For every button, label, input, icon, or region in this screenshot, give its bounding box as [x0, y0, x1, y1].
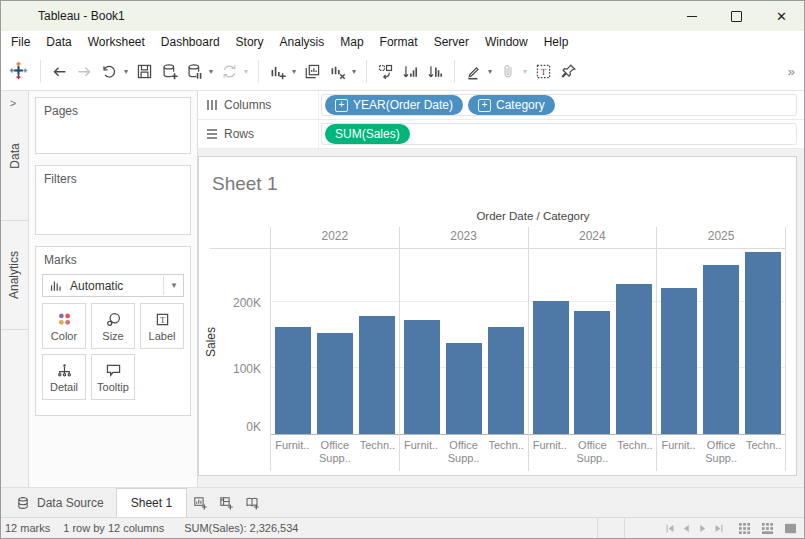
duplicate-sheet-button[interactable] — [300, 58, 325, 85]
category-label-technology[interactable]: Techn.. — [742, 435, 785, 471]
replay-button[interactable] — [97, 58, 122, 85]
expand-hierarchy-icon[interactable]: + — [335, 99, 348, 112]
year-header-label[interactable]: 2023 — [400, 227, 528, 249]
highlight-dropdown-caret[interactable]: ▾ — [488, 67, 496, 76]
menu-item-window[interactable]: Window — [477, 31, 536, 53]
menu-item-story[interactable]: Story — [228, 31, 272, 53]
show-me-grid-button[interactable] — [736, 520, 753, 537]
tab-data-source[interactable]: Data Source — [3, 488, 116, 517]
new-worksheet-button[interactable] — [265, 58, 290, 85]
tooltip-button[interactable]: Tooltip — [91, 354, 135, 400]
next-button[interactable] — [695, 521, 710, 536]
columns-shelf[interactable]: +YEAR(Order Date)+Category — [321, 94, 797, 116]
menu-item-data[interactable]: Data — [38, 31, 79, 53]
pill-year-order-date-[interactable]: +YEAR(Order Date) — [325, 95, 463, 115]
menu-item-server[interactable]: Server — [426, 31, 477, 53]
y-axis[interactable]: Sales 0K100K200K — [199, 227, 270, 471]
column-field-header[interactable]: Order Date / Category — [199, 208, 796, 227]
swap-rows-columns-button[interactable] — [373, 58, 398, 85]
bar-2023-office-supplies[interactable] — [446, 343, 482, 434]
bar-2024-technology[interactable] — [616, 284, 652, 434]
tab-analytics[interactable]: Analytics — [1, 221, 28, 330]
bar-2022-technology[interactable] — [359, 316, 395, 434]
menu-item-map[interactable]: Map — [332, 31, 371, 53]
bar-2025-furniture[interactable] — [661, 288, 697, 434]
bar-2023-technology[interactable] — [488, 327, 524, 434]
maximize-button[interactable] — [714, 1, 759, 31]
bar-2022-office-supplies[interactable] — [317, 333, 353, 434]
bar-2023-furniture[interactable] — [404, 320, 440, 434]
pages-shelf[interactable]: Pages — [35, 97, 191, 154]
category-label-technology[interactable]: Techn.. — [356, 435, 399, 471]
category-label-furniture[interactable]: Furnit.. — [657, 435, 700, 471]
group-members-button[interactable] — [496, 58, 521, 85]
menu-item-dashboard[interactable]: Dashboard — [153, 31, 228, 53]
clear-sheet-button[interactable] — [325, 58, 350, 85]
category-label-office-supplies[interactable]: OfficeSupp.. — [571, 435, 614, 471]
run-update-button[interactable] — [217, 58, 242, 85]
minimize-button[interactable] — [669, 1, 714, 31]
expand-pane-chevron-icon[interactable]: > — [5, 95, 21, 111]
category-label-furniture[interactable]: Furnit.. — [400, 435, 443, 471]
fit-grid-button[interactable] — [759, 520, 776, 537]
detail-button[interactable]: Detail — [42, 354, 86, 400]
prev-button[interactable] — [679, 521, 694, 536]
category-label-office-supplies[interactable]: OfficeSupp.. — [700, 435, 743, 471]
menu-item-format[interactable]: Format — [372, 31, 426, 53]
new-worksheet-dropdown-caret[interactable]: ▾ — [292, 67, 300, 76]
bar-2024-furniture[interactable] — [533, 301, 569, 434]
category-label-furniture[interactable]: Furnit.. — [529, 435, 572, 471]
category-label-technology[interactable]: Techn.. — [485, 435, 528, 471]
sort-descending-button[interactable] — [423, 58, 448, 85]
fix-axes-button[interactable] — [556, 58, 581, 85]
sort-ascending-button[interactable] — [398, 58, 423, 85]
new-dashboard-tab-button[interactable] — [213, 488, 239, 517]
category-label-office-supplies[interactable]: OfficeSupp.. — [442, 435, 485, 471]
bar-2025-technology[interactable] — [745, 252, 781, 434]
first-button[interactable] — [663, 521, 678, 536]
toolbar-separator — [366, 60, 367, 83]
clear-sheet-dropdown-caret[interactable]: ▾ — [352, 67, 360, 76]
label-button[interactable]: TLabel — [140, 303, 184, 349]
redo-button[interactable] — [72, 58, 97, 85]
expand-hierarchy-icon[interactable]: + — [478, 99, 491, 112]
new-worksheet-tab-button[interactable] — [187, 488, 213, 517]
group-members-dropdown-caret[interactable]: ▾ — [523, 67, 531, 76]
bar-2025-office-supplies[interactable] — [703, 265, 739, 434]
year-header-label[interactable]: 2024 — [529, 227, 657, 249]
save-button[interactable] — [132, 58, 157, 85]
menu-item-file[interactable]: File — [3, 31, 38, 53]
last-button[interactable] — [711, 521, 726, 536]
menu-item-worksheet[interactable]: Worksheet — [80, 31, 153, 53]
replay-dropdown-caret[interactable]: ▾ — [124, 67, 132, 76]
new-data-source-button[interactable] — [157, 58, 182, 85]
menu-item-analysis[interactable]: Analysis — [272, 31, 333, 53]
pill-category[interactable]: +Category — [468, 95, 555, 115]
year-header-label[interactable]: 2025 — [657, 227, 785, 249]
category-label-office-supplies[interactable]: OfficeSupp.. — [314, 435, 357, 471]
pause-auto-updates-button[interactable] — [182, 58, 207, 85]
new-story-tab-button[interactable] — [239, 488, 265, 517]
bar-2024-office-supplies[interactable] — [574, 311, 610, 434]
category-label-furniture[interactable]: Furnit.. — [271, 435, 314, 471]
year-header-label[interactable]: 2022 — [271, 227, 399, 249]
undo-button[interactable] — [47, 58, 72, 85]
show-mark-labels-button[interactable]: T — [531, 58, 556, 85]
highlight-button[interactable] — [461, 58, 486, 85]
close-button[interactable]: ✕ — [759, 1, 804, 31]
tab-data[interactable]: > Data — [1, 91, 28, 221]
category-label-technology[interactable]: Techn.. — [614, 435, 657, 471]
toolbar-overflow-button[interactable]: » — [788, 64, 798, 79]
rows-shelf[interactable]: SUM(Sales) — [321, 123, 797, 145]
run-update-dropdown-caret[interactable]: ▾ — [244, 67, 252, 76]
pause-auto-updates-dropdown-caret[interactable]: ▾ — [209, 67, 217, 76]
filters-shelf[interactable]: Filters — [35, 165, 191, 235]
menu-item-help[interactable]: Help — [536, 31, 577, 53]
tab-sheet1[interactable]: Sheet 1 — [116, 488, 187, 517]
mark-type-dropdown[interactable]: Automatic ▼ — [42, 274, 184, 297]
pill-sum-sales-[interactable]: SUM(Sales) — [325, 124, 410, 144]
bar-2022-furniture[interactable] — [275, 327, 311, 434]
color-button[interactable]: Color — [42, 303, 86, 349]
presentation-button[interactable] — [782, 520, 799, 537]
size-button[interactable]: Size — [91, 303, 135, 349]
